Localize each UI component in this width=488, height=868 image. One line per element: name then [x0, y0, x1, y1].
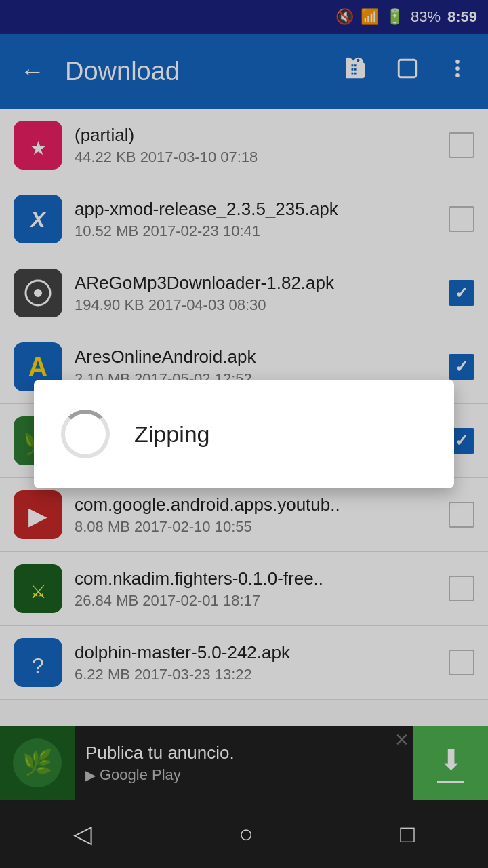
loading-spinner	[61, 410, 110, 458]
dialog-overlay: Zipping	[0, 0, 488, 868]
zipping-label: Zipping	[134, 421, 210, 448]
zipping-dialog: Zipping	[34, 380, 454, 488]
